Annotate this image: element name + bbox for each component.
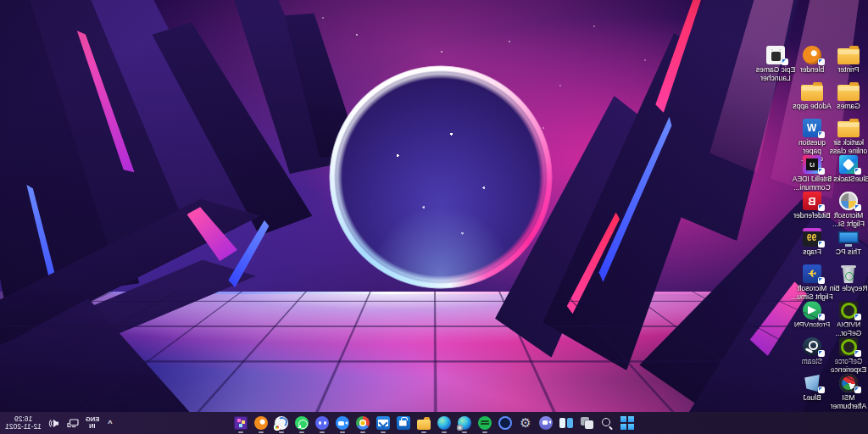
folder-icon xyxy=(837,44,860,64)
tray-language-switcher[interactable]: ENG IN xyxy=(86,416,99,431)
desktop-icon-flight-sim-installer[interactable]: Microsoft Flight Si... xyxy=(829,190,868,228)
taskbar-icon-game-white[interactable] xyxy=(271,412,292,434)
desktop: Epic Games Launcher blender Printer Adob… xyxy=(0,0,868,434)
shortcut-badge xyxy=(854,314,861,320)
taskbar-icon-discord[interactable] xyxy=(312,412,332,434)
shortcut-badge xyxy=(818,314,825,320)
mail-icon xyxy=(376,416,390,430)
taskbar-icon-settings[interactable]: ⚙ xyxy=(515,412,536,434)
desktop-icon-intellij[interactable]: IJ IntelliJ IDEA Communi... xyxy=(793,153,832,192)
shortcut-badge xyxy=(818,58,825,65)
tray-overflow-chevron-icon[interactable]: ^ xyxy=(106,419,114,427)
desktop-icon-steam[interactable]: Steam xyxy=(793,336,832,366)
desktop-icon-bitdefender[interactable]: B Bitdefender xyxy=(793,190,832,220)
taskbar-icon-file-explorer[interactable] xyxy=(414,412,434,434)
protonvpn-icon xyxy=(801,299,823,320)
desktop-icon-bluej[interactable]: BlueJ xyxy=(793,372,832,403)
taskbar-icon-store[interactable] xyxy=(393,412,414,434)
bluestacks-icon xyxy=(837,153,860,174)
folder-icon xyxy=(837,81,860,101)
shortcut-badge xyxy=(854,204,861,211)
recycle-bin-icon xyxy=(837,263,860,283)
desktop-icon-flight-simulator[interactable]: ✈ Microsoft Flight Simu... xyxy=(793,263,832,301)
shortcut-badge xyxy=(782,58,788,65)
edge-icon xyxy=(437,416,451,430)
chrome-icon xyxy=(356,416,370,430)
desktop-icon-adobe-apps-folder[interactable]: Adobe apps xyxy=(793,81,832,111)
folder-icon xyxy=(837,117,860,137)
desktop-icon-bluestacks[interactable]: BlueStacks 5 xyxy=(829,153,868,184)
taskbar: 16:29 12-11-2021 ENG IN ^ xyxy=(0,412,868,434)
tray-date: 12-11-2021 xyxy=(5,423,42,431)
taskbar-start-button[interactable] xyxy=(617,412,637,434)
desktop-icon-this-pc[interactable]: This PC xyxy=(829,226,868,257)
desktop-icon-games-folder[interactable]: Games xyxy=(829,81,868,111)
taskbar-icon-widgets[interactable] xyxy=(576,412,597,434)
taskbar-icon-chrome[interactable] xyxy=(353,412,373,434)
taskbar-icon-spotify[interactable] xyxy=(475,412,495,434)
taskbar-icon-mail[interactable] xyxy=(373,412,393,434)
shortcut-badge xyxy=(818,204,825,211)
discord-icon xyxy=(315,416,329,430)
taskbar-icon-zoom[interactable] xyxy=(332,412,353,434)
taskbar-icon-task-view[interactable] xyxy=(556,412,576,434)
shortcut-badge xyxy=(818,350,825,357)
game-white-chrome-icon xyxy=(275,416,288,430)
edge-alt-icon xyxy=(458,416,471,430)
desktop-icon-blender[interactable]: blender xyxy=(793,44,832,75)
whatsapp-icon xyxy=(295,416,309,430)
chat-icon xyxy=(539,416,553,430)
this-pc-icon xyxy=(837,226,860,247)
taskbar-icon-game-pixel[interactable] xyxy=(231,412,251,434)
desktop-icon-protonvpn[interactable]: ProtonVPN xyxy=(793,299,832,330)
desktop-icon-epic-games[interactable]: Epic Games Launcher xyxy=(756,44,795,82)
shortcut-badge xyxy=(818,131,825,138)
fraps-icon: 99 xyxy=(801,226,823,247)
blender-icon xyxy=(801,44,823,64)
windows-logo-icon xyxy=(620,416,634,430)
ring-app-icon xyxy=(498,416,512,430)
taskbar-icon-chat[interactable] xyxy=(536,412,556,434)
tray-clock[interactable]: 16:29 12-11-2021 xyxy=(5,415,42,431)
bitdefender-icon: B xyxy=(801,190,823,210)
blender-icon xyxy=(254,416,268,430)
taskbar-icon-edge[interactable] xyxy=(434,412,454,434)
desktop-icon-msi-afterburner[interactable]: MSI Afterburner xyxy=(829,372,868,410)
intellij-icon: IJ xyxy=(801,153,823,174)
taskbar-icon-group: ⚙ xyxy=(231,412,637,434)
desktop-icon-kartick-folder[interactable]: kartick sir online class xyxy=(829,117,868,155)
nvidia-icon xyxy=(837,299,860,320)
folder-icon xyxy=(801,81,823,101)
spotify-icon xyxy=(478,416,492,430)
shortcut-badge xyxy=(818,168,825,175)
msi-afterburner-icon xyxy=(837,372,860,392)
volume-icon[interactable] xyxy=(48,417,60,429)
taskbar-icon-edge-alt[interactable] xyxy=(454,412,475,434)
flight-simulator-icon: ✈ xyxy=(801,263,823,283)
shortcut-badge xyxy=(818,277,825,284)
taskbar-icon-ring-app[interactable] xyxy=(495,412,515,434)
shortcut-badge xyxy=(854,168,861,175)
shortcut-badge xyxy=(818,387,825,393)
bluej-icon xyxy=(801,372,823,392)
network-icon[interactable] xyxy=(67,417,79,429)
desktop-icon-grid: Epic Games Launcher blender Printer Adob… xyxy=(0,0,868,434)
taskbar-icon-blender[interactable] xyxy=(251,412,271,434)
file-explorer-icon xyxy=(417,420,431,430)
task-view-icon xyxy=(559,416,573,430)
geforce-experience-icon xyxy=(837,336,860,356)
shortcut-badge xyxy=(854,387,861,393)
desktop-icon-fraps[interactable]: 99 Fraps xyxy=(793,226,832,257)
system-tray: 16:29 12-11-2021 ENG IN ^ xyxy=(0,412,114,434)
desktop-icon-printer-folder[interactable]: Printer xyxy=(829,44,868,75)
desktop-icon-recycle-bin[interactable]: Recycle Bin xyxy=(829,263,868,293)
microsoft-store-icon xyxy=(397,416,410,430)
taskbar-icon-whatsapp[interactable] xyxy=(292,412,312,434)
zoom-icon xyxy=(336,416,349,430)
shortcut-badge xyxy=(818,241,825,248)
steam-icon xyxy=(801,336,823,356)
desktop-icon-nvidia[interactable]: NVIDIA GeFor... xyxy=(829,299,868,337)
desktop-icon-geforce-experience[interactable]: GeForce Experience xyxy=(829,336,868,374)
taskbar-icon-search[interactable] xyxy=(597,412,617,434)
shortcut-badge xyxy=(854,350,861,357)
